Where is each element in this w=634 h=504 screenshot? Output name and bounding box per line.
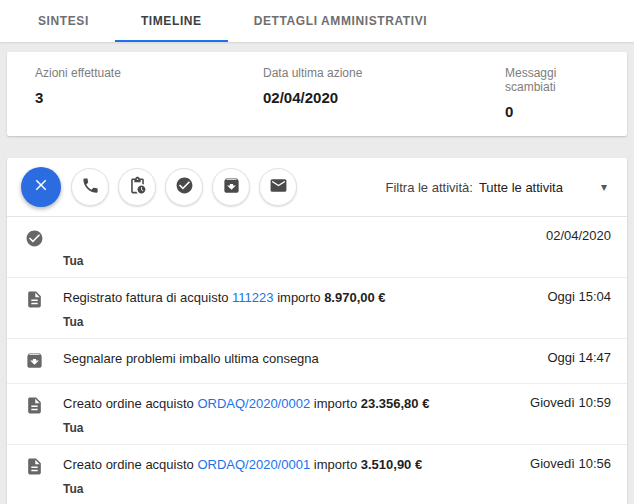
stat-messages: Messaggi scambiati 0 (505, 66, 599, 120)
timeline-date: Oggi 14:47 (547, 350, 611, 374)
timeline-row-text: Registrato fattura di acquisto 111223 im… (63, 289, 535, 306)
timeline-text-prefix: Creato ordine acquisto (63, 396, 197, 411)
timeline-row: Registrato fattura di acquisto 111223 im… (7, 278, 627, 339)
tab-bar: SINTESI TIMELINE DETTAGLI AMMINISTRATIVI (0, 0, 634, 42)
timeline-row-content: Tua (63, 228, 534, 268)
phone-button[interactable] (71, 168, 109, 206)
timeline-row-text: Creato ordine acquisto ORDAQ/2020/0002 i… (63, 395, 518, 412)
timeline-row-text (63, 228, 534, 245)
timeline-text-prefix: Segnalare problemi imballo ultima conseg… (63, 351, 319, 366)
package-icon (222, 176, 241, 199)
stat-actions: Azioni effettuate 3 (35, 66, 263, 120)
tab-dettagli-amministrativi[interactable]: DETTAGLI AMMINISTRATIVI (228, 0, 454, 42)
timeline-row: Creato ordine acquisto ORDAQ/2020/0001 i… (7, 445, 627, 504)
invoice-schedule-icon (128, 176, 147, 199)
check-button[interactable] (165, 168, 203, 206)
stat-actions-value: 3 (35, 89, 263, 106)
timeline-record-link[interactable]: 111223 (232, 290, 273, 305)
tab-timeline[interactable]: TIMELINE (115, 0, 228, 42)
timeline-amount: 3.510,90 € (361, 457, 422, 472)
timeline-text-prefix: Registrato fattura di acquisto (63, 290, 232, 305)
filter-label: Filtra le attività: (385, 180, 472, 195)
filter-value[interactable]: Tutte le attivita (479, 180, 563, 195)
timeline-record-link[interactable]: ORDAQ/2020/0002 (197, 396, 310, 411)
stat-last-action-value: 02/04/2020 (263, 89, 505, 106)
timeline-text-mid: importo (274, 290, 325, 305)
close-icon (32, 176, 50, 198)
timeline-card: Filtra le attività: Tutte le attivita ▾ … (7, 158, 627, 504)
timeline-row-text: Creato ordine acquisto ORDAQ/2020/0001 i… (63, 456, 518, 473)
mail-icon (269, 176, 288, 199)
timeline-row: Segnalare problemi imballo ultima conseg… (7, 339, 627, 384)
timeline-record-link[interactable]: ORDAQ/2020/0001 (197, 457, 310, 472)
timeline-row-content: Segnalare problemi imballo ultima conseg… (63, 350, 535, 374)
stat-messages-value: 0 (505, 103, 599, 120)
check-circle-icon (25, 228, 63, 268)
timeline-date: 02/04/2020 (546, 228, 611, 268)
timeline-amount: 23.356,80 € (361, 396, 430, 411)
stat-last-action: Data ultima azione 02/04/2020 (263, 66, 505, 120)
timeline-amount: 8.970,00 € (324, 290, 385, 305)
actions-row: Filtra le attività: Tutte le attivita ▾ (7, 158, 627, 217)
timeline-author: Tua (63, 482, 518, 496)
timeline-row-content: Creato ordine acquisto ORDAQ/2020/0001 i… (63, 456, 518, 496)
phone-icon (81, 176, 100, 199)
timeline-date: Giovedì 10:59 (530, 395, 611, 435)
chevron-down-icon[interactable]: ▾ (601, 180, 607, 194)
stat-last-action-label: Data ultima azione (263, 66, 505, 80)
activity-filter[interactable]: Filtra le attività: Tutte le attivita ▾ (385, 180, 613, 195)
timeline-author: Tua (63, 254, 534, 268)
timeline-row-content: Registrato fattura di acquisto 111223 im… (63, 289, 535, 329)
timeline-text-mid: importo (310, 457, 361, 472)
timeline-row: Tua 02/04/2020 (7, 217, 627, 278)
close-button[interactable] (21, 167, 61, 207)
timeline-author: Tua (63, 315, 535, 329)
document-icon (25, 395, 63, 435)
timeline-date: Oggi 15:04 (547, 289, 611, 329)
stats-card: Azioni effettuate 3 Data ultima azione 0… (7, 52, 627, 136)
check-circle-icon (175, 176, 194, 199)
document-icon (25, 456, 63, 496)
document-icon (25, 289, 63, 329)
timeline-text-prefix: Creato ordine acquisto (63, 457, 197, 472)
timeline-row-content: Creato ordine acquisto ORDAQ/2020/0002 i… (63, 395, 518, 435)
timeline-row-text: Segnalare problemi imballo ultima conseg… (63, 350, 535, 367)
timeline-author: Tua (63, 421, 518, 435)
mail-button[interactable] (259, 168, 297, 206)
package-icon (25, 350, 63, 374)
timeline-text-mid: importo (310, 396, 361, 411)
timeline-date: Giovedì 10:56 (530, 456, 611, 496)
timeline-row: Creato ordine acquisto ORDAQ/2020/0002 i… (7, 384, 627, 445)
package-button[interactable] (212, 168, 250, 206)
stat-messages-label: Messaggi scambiati (505, 66, 599, 94)
invoice-schedule-button[interactable] (118, 168, 156, 206)
tab-sintesi[interactable]: SINTESI (12, 0, 115, 42)
stat-actions-label: Azioni effettuate (35, 66, 263, 80)
